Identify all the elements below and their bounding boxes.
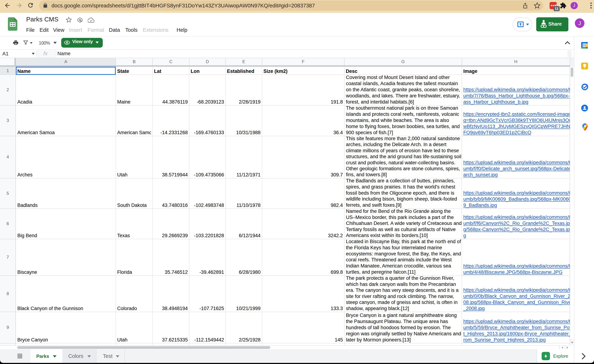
svg-text:31: 31 [583, 44, 586, 47]
